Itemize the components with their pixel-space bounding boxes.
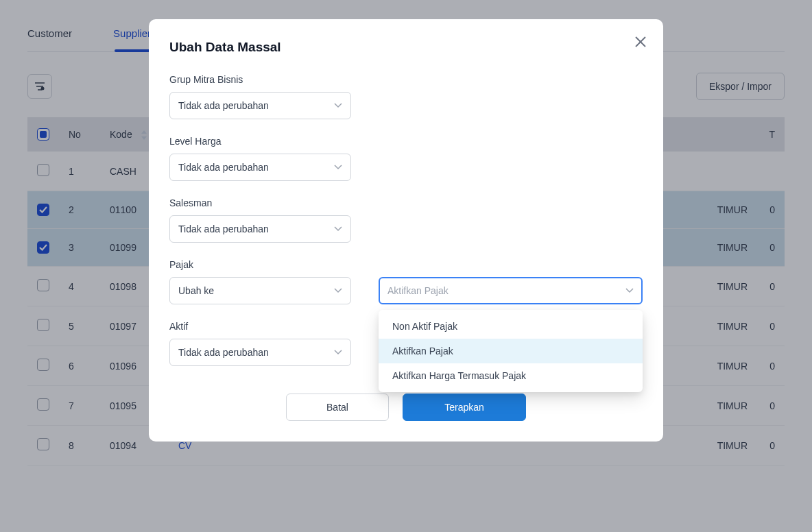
apply-button[interactable]: Terapkan bbox=[403, 394, 526, 421]
select-grup-value: Tidak ada perubahan bbox=[178, 100, 269, 111]
close-icon bbox=[634, 36, 647, 48]
dropdown-option-aktifkan[interactable]: Aktifkan Pajak bbox=[379, 339, 643, 363]
modal-actions: Batal Terapkan bbox=[169, 394, 643, 421]
select-aktif[interactable]: Tidak ada perubahan bbox=[169, 339, 351, 366]
modal-overlay[interactable]: Ubah Data Massal Grup Mitra Bisnis Tidak… bbox=[0, 0, 812, 532]
modal-title: Ubah Data Massal bbox=[169, 40, 643, 55]
chevron-down-icon bbox=[334, 350, 342, 355]
select-pajak-mode[interactable]: Ubah ke bbox=[169, 277, 351, 304]
select-salesman[interactable]: Tidak ada perubahan bbox=[169, 215, 351, 243]
dropdown-option-non-aktif[interactable]: Non Aktif Pajak bbox=[379, 314, 643, 339]
chevron-down-icon bbox=[625, 288, 634, 293]
chevron-down-icon bbox=[334, 165, 342, 170]
select-grup[interactable]: Tidak ada perubahan bbox=[169, 92, 351, 119]
label-grup: Grup Mitra Bisnis bbox=[169, 74, 643, 85]
select-pajak-placeholder: Aktifkan Pajak bbox=[387, 285, 449, 296]
select-pajak-value[interactable]: Aktifkan Pajak bbox=[379, 277, 643, 304]
select-aktif-value: Tidak ada perubahan bbox=[178, 347, 269, 358]
chevron-down-icon bbox=[334, 288, 342, 293]
field-pajak: Pajak Ubah ke Aktifkan Pajak Non Aktif P… bbox=[169, 259, 643, 304]
bulk-edit-modal: Ubah Data Massal Grup Mitra Bisnis Tidak… bbox=[149, 19, 663, 442]
chevron-down-icon bbox=[334, 226, 342, 232]
pajak-dropdown: Non Aktif Pajak Aktifkan Pajak Aktifkan … bbox=[379, 310, 643, 392]
label-pajak: Pajak bbox=[169, 259, 643, 270]
select-level[interactable]: Tidak ada perubahan bbox=[169, 154, 351, 181]
select-level-value: Tidak ada perubahan bbox=[178, 162, 269, 173]
field-level: Level Harga Tidak ada perubahan bbox=[169, 136, 643, 181]
select-pajak-mode-value: Ubah ke bbox=[178, 285, 214, 296]
label-level: Level Harga bbox=[169, 136, 643, 147]
cancel-button[interactable]: Batal bbox=[286, 394, 389, 421]
field-grup: Grup Mitra Bisnis Tidak ada perubahan bbox=[169, 74, 643, 119]
field-salesman: Salesman Tidak ada perubahan bbox=[169, 197, 643, 243]
label-salesman: Salesman bbox=[169, 197, 643, 208]
dropdown-option-termasuk[interactable]: Aktifkan Harga Termasuk Pajak bbox=[379, 363, 643, 388]
select-salesman-value: Tidak ada perubahan bbox=[178, 223, 269, 234]
close-button[interactable] bbox=[634, 36, 647, 50]
chevron-down-icon bbox=[334, 103, 342, 108]
